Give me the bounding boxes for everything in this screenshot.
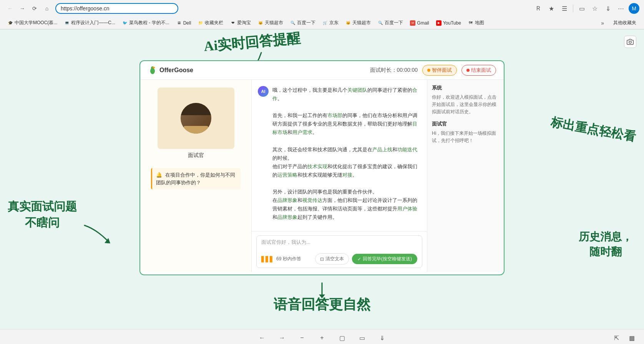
right-panel: AI 哦，这个过程中，我主要是和几个关键团队的同事进行了紧密的合作。 首先，和我…	[252, 80, 427, 272]
annotation-arrow-question	[77, 222, 115, 245]
home-button[interactable]: ⌂	[41, 3, 52, 14]
reading-mode-button[interactable]: Ｒ	[533, 3, 544, 14]
bookmark-favicon: 💻	[64, 20, 70, 26]
bookmark-tmall2[interactable]: 🐱 天猫超市	[342, 18, 374, 27]
bookmark-label: Dell	[183, 20, 191, 26]
bookmark-runoob[interactable]: 🐦 菜鸟教程 - 学的不...	[119, 18, 173, 27]
highlight-brand2: 品牌形象	[277, 214, 297, 220]
smart-interview-button[interactable]: 智伴面试	[422, 65, 457, 76]
highlight-team: 关键团队	[347, 87, 367, 93]
download-button[interactable]: ⇓	[376, 332, 388, 344]
more-button[interactable]: ⋯	[616, 3, 626, 14]
bookmark-baidu[interactable]: 🔍 百度一下	[287, 18, 319, 27]
question-text: 在项目合作中，你是如何与不同团队的同事协作的？	[156, 172, 235, 185]
bookmark-other[interactable]: 其他收藏夹	[610, 18, 639, 27]
address-bar[interactable]: https://offergoose.cn	[55, 3, 178, 14]
annotation-highlight: 标出重点轻松看	[549, 114, 637, 145]
highlight-connect: 对接	[342, 172, 352, 178]
bookmark-youtube[interactable]: ▶ YouTube	[433, 19, 464, 27]
end-interview-button[interactable]: 结束面试	[461, 65, 496, 76]
ai-message: AI 哦，这个过程中，我主要是和几个关键团队的同事进行了紧密的合作。 首先，和我…	[258, 86, 421, 231]
side-interviewer-text: Hi，我们接下来开始一场模拟面试，先打个招呼吧！	[432, 130, 499, 144]
logo-icon	[148, 66, 157, 75]
left-panel: 面试官 🔔 在项目合作中，你是如何与不同团队的同事协作的？	[140, 80, 252, 272]
bookmark-programming[interactable]: 💻 程序设计入门——C...	[61, 18, 118, 27]
chat-area[interactable]: AI 哦，这个过程中，我主要是和几个关键团队的同事进行了紧密的合作。 首先，和我…	[252, 80, 427, 231]
highlight-coop: 合作	[272, 87, 417, 101]
question-bubble: 🔔 在项目合作中，你是如何与不同团队的同事协作的？	[151, 168, 241, 189]
bookmark-label: 收藏夹栏	[205, 20, 223, 26]
bookmark-label: 天猫超市	[352, 20, 371, 26]
side-interviewer-title: 面试官	[432, 121, 499, 127]
bookmark-tmall[interactable]: 🐱 天猫超市	[255, 18, 286, 27]
pip-button[interactable]: ▩	[626, 332, 638, 344]
bookmark-jd[interactable]: 🛒 京东	[319, 18, 342, 27]
bookmark-mooc[interactable]: 🎓 中国大学MOOC(慕...	[5, 18, 60, 27]
bookmark-folder[interactable]: 📁 收藏夹栏	[195, 18, 226, 27]
input-area: 面试官你好，我认为... ▋▋▋ 69 秒内作答 ⊡ 清空文本	[252, 231, 427, 272]
side-info-panel: 系统 你好，欢迎进入模拟面试，点击开始面试后，这里会显示你的模拟面试前对话历史。…	[427, 80, 504, 272]
downloads-button[interactable]: ⇓	[603, 3, 613, 14]
bookmark-dell[interactable]: 🖥 Dell	[173, 19, 194, 27]
highlight-ops: 运营策略	[277, 172, 297, 178]
split-screen-button[interactable]: ▭	[576, 3, 587, 14]
highlight-market: 市场部	[327, 112, 342, 118]
side-info-system: 系统 你好，欢迎进入模拟面试，点击开始面试后，这里会显示你的模拟面试前对话历史。	[432, 84, 499, 116]
highlight-tech: 技术实现	[307, 164, 327, 169]
profile-icon[interactable]: M	[629, 3, 639, 14]
clear-button[interactable]: ⊡ 清空文本	[315, 253, 349, 265]
svg-point-0	[629, 41, 631, 43]
bookmark-favicon: 🖥	[176, 20, 182, 26]
favorites-button[interactable]: ★	[546, 3, 557, 14]
bookmarks-bar: 🎓 中国大学MOOC(慕... 💻 程序设计入门——C... 🐦 菜鸟教程 - …	[0, 17, 644, 29]
browser-chrome: ← → ⟳ ⌂ https://offergoose.cn Ｒ ★ ☰ ▭ ☆ …	[0, 0, 644, 30]
ai-avatar: AI	[258, 86, 269, 97]
input-field[interactable]: 面试官你好，我认为...	[261, 239, 417, 250]
forward-button[interactable]: →	[17, 3, 28, 14]
interviewer-name: 面试官	[188, 152, 204, 159]
refresh-button[interactable]: ⟳	[29, 3, 40, 14]
share-button[interactable]: ▭	[356, 332, 368, 344]
interviewer-avatar-container	[158, 88, 234, 149]
system-title: 系统	[432, 84, 499, 91]
screenshot-button[interactable]	[624, 36, 636, 48]
reader-mode-button[interactable]: ▢	[336, 332, 348, 344]
bookmark-favicon: 🐱	[345, 20, 351, 26]
fullscreen-button[interactable]: ⇱	[610, 332, 622, 344]
bookmark-gmail[interactable]: M Gmail	[407, 19, 432, 27]
bookmark-baidu2[interactable]: 🔍 百度一下	[375, 18, 406, 27]
ai-content: 哦，这个过程中，我主要是和几个关键团队的同事进行了紧密的合作。 首先，和我一起工…	[272, 86, 421, 231]
submit-button[interactable]: ✓ 回答完毕(按空格键发送)	[352, 254, 417, 264]
input-buttons: ⊡ 清空文本 ✓ 回答完毕(按空格键发送)	[315, 253, 417, 265]
favorites-star-button[interactable]: ☆	[589, 3, 600, 14]
zoom-out-button[interactable]: −	[296, 332, 308, 344]
bookmark-favicon: 🐦	[122, 20, 128, 26]
side-info-interviewer: 面试官 Hi，我们接下来开始一场模拟面试，先打个招呼吧！	[432, 121, 499, 144]
logo-text: OfferGoose	[159, 67, 193, 74]
system-text: 你好，欢迎进入模拟面试，点击开始面试后，这里会显示你的模拟面试前对话历史。	[432, 94, 499, 116]
url-input[interactable]: https://offergoose.cn	[61, 5, 173, 12]
avatar	[181, 103, 211, 134]
annotation-natural: 语音回答更自然	[274, 296, 370, 314]
end-dot	[466, 69, 470, 72]
back-button[interactable]: ←	[5, 3, 15, 14]
input-controls: ▋▋▋ 69 秒内作答 ⊡ 清空文本 ✓ 回答完毕(按空格键发	[261, 253, 417, 265]
bookmark-aitaobao[interactable]: ❤ 爱淘宝	[227, 18, 254, 27]
bookmarks-more-button[interactable]: »	[599, 19, 606, 27]
bookmark-favicon: M	[410, 20, 415, 26]
app-logo: OfferGoose	[148, 66, 193, 75]
app-container: OfferGoose 面试时长：00:00:00 智伴面试 结束面试	[139, 60, 505, 275]
highlight-launch: 产品上线	[372, 147, 392, 152]
bookmark-label: 天猫超市	[265, 20, 283, 26]
bookmark-label: 百度一下	[297, 20, 315, 26]
highlight-brand: 品牌形象	[277, 197, 297, 203]
highlight-iter: 功能迭代	[397, 147, 417, 152]
bookmark-favicon: 🔍	[290, 20, 295, 26]
zoom-in-button[interactable]: +	[316, 332, 328, 344]
collections-button[interactable]: ☰	[559, 3, 570, 14]
question-area: 🔔 在项目合作中，你是如何与不同团队的同事协作的？	[148, 165, 244, 192]
bookmark-maps[interactable]: 🗺 地图	[465, 18, 487, 27]
bottom-forward-button[interactable]: →	[276, 332, 288, 344]
bottom-back-button[interactable]: ←	[256, 332, 268, 344]
header-right: 面试时长：00:00:00 智伴面试 结束面试	[370, 65, 496, 76]
